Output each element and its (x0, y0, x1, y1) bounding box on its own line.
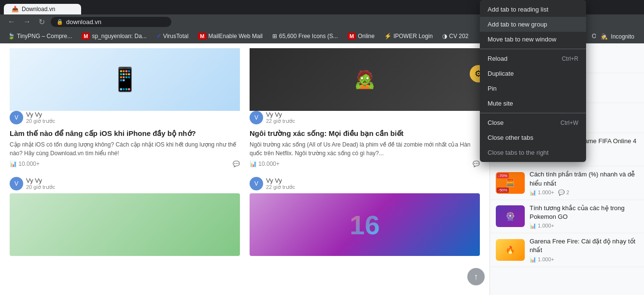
context-close-right: Close tabs to the right (480, 145, 586, 160)
placeholder-time-2: 22 giờ trước (266, 184, 295, 190)
article-image-2: 🧟 (250, 48, 480, 111)
content-area: 📱 V Vy Vy 20 giờ trước Làm thế nào để nâ… (0, 43, 490, 295)
sidebar-item-7[interactable]: 🔥 Garena Free Fire: Cài đặt độ nhạy tốt … (490, 233, 644, 267)
bookmark-ipower[interactable]: ⚡ IPOWER Login (380, 31, 436, 41)
context-close-other[interactable]: Close other tabs (480, 130, 586, 145)
article-title-2: Ngôi trường xác sống: Mọi điều bạn cần b… (250, 128, 480, 138)
sidebar-thumb-icon-6: 🎡 (505, 212, 515, 221)
bookmark-mail[interactable]: M MailEnable Web Mail (194, 31, 266, 41)
forward-button[interactable]: → (21, 16, 33, 27)
context-close[interactable]: Close Ctrl+W (480, 115, 586, 130)
back-button[interactable]: ← (6, 16, 17, 27)
bookmark-icon: ⚡ (384, 33, 392, 40)
article-card-2[interactable]: 🧟 V Vy Vy 22 giờ trước Ngôi trường xác s… (250, 48, 480, 167)
sidebar-comments-5: 💬 2 (558, 189, 569, 196)
arrow-up-icon: ↑ (474, 272, 478, 282)
article-author-1: V Vy Vy 20 giờ trước (10, 111, 240, 124)
bookmark-icon: M (82, 33, 90, 40)
bookmark-icon: 🍃 (8, 33, 15, 40)
context-label-reload: Reload (488, 55, 507, 62)
sidebar-info-6: Tính tương khắc của các hệ trong Pokemon… (530, 204, 638, 229)
context-menu: Add tab to reading list Add tab to new g… (480, 0, 586, 162)
bookmark-label: Online (358, 33, 375, 40)
context-label-move-window: Move tab to new window (488, 36, 556, 43)
bookmark-icons[interactable]: ⊞ 65,600 Free Icons (S... (268, 31, 342, 41)
url-input[interactable]: 🔒 download.vn (51, 17, 171, 27)
article-row-2: V Vy Vy 20 giờ trước V Vy Vy 22 giờ trướ… (10, 177, 480, 256)
bookmark-icon: ⊞ (272, 33, 277, 40)
sidebar-stats-7: 📊 1.000+ (530, 256, 638, 263)
active-tab[interactable]: 📥 Download.vn (4, 4, 81, 14)
article-views-1: 📊 10.000+ (10, 161, 40, 167)
sidebar-views-5: 📊 1.000+ (530, 189, 554, 196)
context-label-close-other: Close other tabs (488, 134, 533, 141)
sidebar-item-6[interactable]: 🎡 Tính tương khắc của các hệ trong Pokem… (490, 200, 644, 233)
bookmark-label: CV 202 (449, 33, 468, 40)
context-duplicate[interactable]: Duplicate (480, 66, 586, 81)
bookmark-sp[interactable]: M sp_nguyenloan: Da... (78, 31, 151, 41)
context-add-reading-list[interactable]: Add tab to reading list (480, 2, 586, 17)
placeholder-name-1: Vy Vy (26, 177, 55, 184)
sidebar-thumb-6: 🎡 (496, 205, 525, 227)
sidebar-stats-6: 📊 1.000+ (530, 223, 638, 229)
context-reload[interactable]: Reload Ctrl+R (480, 51, 586, 66)
lock-icon: 🔒 (56, 19, 63, 25)
context-label-reading: Add tab to reading list (488, 6, 548, 13)
url-text: download.vn (66, 18, 101, 26)
sidebar-info-7: Garena Free Fire: Cài đặt độ nhạy tốt nh… (530, 237, 638, 262)
bookmark-label: VirusTotal (163, 33, 188, 40)
article-author-2: V Vy Vy 22 giờ trước (250, 111, 480, 124)
sidebar-thumb-icon-5: 🧮 (505, 178, 515, 188)
article-placeholder-1: V Vy Vy 20 giờ trước (10, 177, 240, 256)
sidebar-thumb-icon-7: 🔥 (505, 245, 515, 255)
bookmark-label: TinyPNG – Compre... (17, 33, 72, 40)
author-time-1: 20 giờ trước (26, 118, 55, 124)
context-label-mute: Mute site (488, 100, 513, 107)
context-add-new-group[interactable]: Add tab to new group (480, 17, 586, 32)
article-desc-2: Ngôi trường xác sống (All of Us Are Dead… (250, 140, 480, 158)
context-label-duplicate: Duplicate (488, 70, 514, 77)
sidebar-title-7: Garena Free Fire: Cài đặt độ nhạy tốt nh… (530, 237, 638, 255)
article-card-1[interactable]: 📱 V Vy Vy 20 giờ trước Làm thế nào để nâ… (10, 48, 240, 167)
context-pin[interactable]: Pin (480, 81, 586, 96)
sidebar-thumb-7: 🔥 (496, 239, 525, 261)
context-move-window[interactable]: Move tab to new window (480, 32, 586, 47)
sidebar-views-7: 📊 1.000+ (530, 256, 554, 263)
bookmark-label: 65,600 Free Icons (S... (279, 33, 338, 40)
article-comment-1: 💬 (233, 161, 240, 167)
article-image-1: 📱 (10, 48, 240, 111)
bookmark-online[interactable]: M Online (344, 31, 378, 41)
bookmark-tinypng[interactable]: 🍃 TinyPNG – Compre... (4, 31, 76, 41)
bookmark-virustotal[interactable]: ✔ VirusTotal (153, 31, 192, 41)
incognito-badge: 🕵️ Incognito (596, 31, 639, 42)
placeholder-img-1 (10, 193, 240, 256)
incognito-icon: 🕵️ (601, 33, 608, 40)
close-shortcut: Ctrl+W (560, 120, 578, 126)
article-comment-2: 💬 (473, 161, 480, 167)
placeholder-avatar-2: V (250, 177, 263, 190)
author-avatar-2: V (250, 111, 263, 124)
sidebar-item-5[interactable]: 🧮 -70% -50% Cách tính phần trăm (%) nhan… (490, 166, 644, 200)
author-avatar-1: V (10, 111, 23, 124)
placeholder-time-1: 20 giờ trước (26, 184, 55, 190)
context-label-close: Close (488, 119, 504, 126)
sidebar-views-6: 📊 1.000+ (530, 223, 554, 229)
article-views-2: 📊 10.000+ (250, 161, 280, 167)
sidebar-title-6: Tính tương khắc của các hệ trong Pokemon… (530, 204, 638, 221)
reload-shortcut: Ctrl+R (562, 55, 578, 62)
placeholder-avatar-1: V (10, 177, 23, 190)
article-desc-1: Cập nhật iOS có tốn dung lượng không? Cá… (10, 140, 240, 158)
author-name-2: Vy Vy (266, 111, 295, 118)
scroll-top-button[interactable]: ↑ (467, 268, 485, 285)
context-mute[interactable]: Mute site (480, 96, 586, 111)
context-label-close-right: Close tabs to the right (488, 149, 548, 156)
tab-favicon: 📥 (12, 6, 19, 13)
article-grid: 📱 V Vy Vy 20 giờ trước Làm thế nào để nâ… (10, 43, 480, 172)
article-placeholder-2: V Vy Vy 22 giờ trước 16 (250, 177, 480, 256)
bookmark-cv[interactable]: ◑ CV 202 (438, 31, 472, 41)
bookmark-icon: ◑ (442, 33, 447, 40)
refresh-button[interactable]: ↻ (37, 16, 47, 27)
incognito-label: Incognito (611, 33, 634, 40)
author-time-2: 22 giờ trước (266, 118, 295, 124)
article-meta-2: 📊 10.000+ 💬 (250, 161, 480, 167)
